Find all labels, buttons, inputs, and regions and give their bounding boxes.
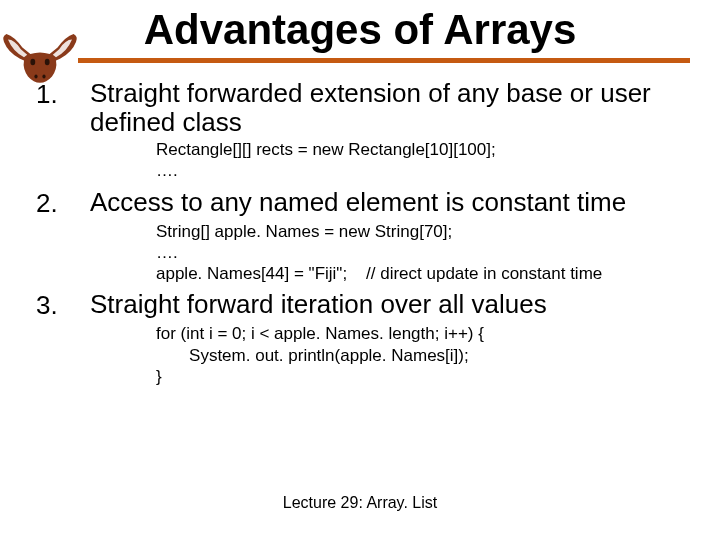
item-text: Straight forward iteration over all valu…	[90, 290, 700, 319]
svg-point-0	[30, 59, 35, 65]
svg-point-3	[42, 74, 45, 78]
item-number: 3.	[36, 290, 90, 321]
svg-point-1	[45, 59, 50, 65]
code-block: String[] apple. Names = new String[70]; …	[156, 221, 700, 285]
item-text: Straight forwarded extension of any base…	[90, 79, 700, 137]
footer-text: Lecture 29: Array. List	[0, 494, 720, 512]
list-item: 3. Straight forward iteration over all v…	[36, 290, 700, 321]
list-item: 2. Access to any named element is consta…	[36, 188, 700, 219]
item-number: 2.	[36, 188, 90, 219]
list-item: 1. Straight forwarded extension of any b…	[36, 79, 700, 137]
content-area: 1. Straight forwarded extension of any b…	[0, 63, 720, 387]
svg-point-2	[34, 74, 37, 78]
longhorn-logo	[0, 28, 80, 88]
code-block: Rectangle[][] rects = new Rectangle[10][…	[156, 139, 700, 182]
code-block: for (int i = 0; i < apple. Names. length…	[156, 323, 700, 387]
item-text: Access to any named element is constant …	[90, 188, 700, 217]
slide-title: Advantages of Arrays	[0, 0, 720, 58]
